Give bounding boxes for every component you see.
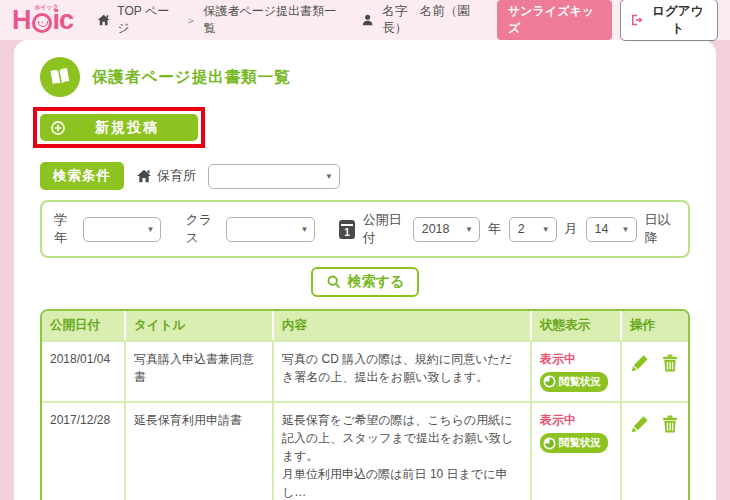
- title-row: 保護者ページ提出書類一覧: [40, 57, 690, 97]
- search-condition-row: 検索条件 保育所: [40, 162, 690, 190]
- month-suffix: 月: [565, 220, 578, 238]
- cell-status: 表示中 閲覧状況: [532, 340, 622, 401]
- documents-book-icon: [40, 57, 80, 97]
- trash-icon: [660, 353, 680, 373]
- user-icon: [361, 13, 374, 27]
- breadcrumb: TOP ページ ＞ 保護者ページ提出書類一覧: [97, 3, 341, 37]
- month-select[interactable]: 2: [509, 217, 557, 242]
- grade-select[interactable]: [83, 217, 161, 242]
- calendar-icon: 1: [339, 220, 354, 239]
- highlight-red-box: 新規投稿: [33, 107, 205, 148]
- year-select[interactable]: 2018: [413, 217, 480, 242]
- user-name: 名字 名前（園長）: [382, 3, 489, 37]
- cell-title: 延長保育利用申請書: [126, 401, 274, 500]
- breadcrumb-current: 保護者ページ提出書類一覧: [203, 3, 341, 37]
- user-area: 名字 名前（園長） サンライズキッズ ログアウト: [361, 0, 718, 41]
- class-label: クラス: [185, 211, 217, 247]
- delete-button[interactable]: [660, 353, 680, 373]
- cell-content: 延長保育をご希望の際は、こちらの用紙に記入の上、スタッフまで提出をお願い致します…: [274, 401, 532, 500]
- publish-date-label: 公開日付: [363, 211, 405, 247]
- edit-button[interactable]: [630, 414, 650, 434]
- cell-date: 2018/01/04: [42, 340, 126, 401]
- new-post-button[interactable]: 新規投稿: [40, 114, 198, 141]
- page-title: 保護者ページ提出書類一覧: [92, 67, 291, 88]
- col-header-date: 公開日付: [42, 311, 126, 340]
- pencil-icon: [630, 353, 650, 373]
- top-bar: ホイック H••ic TOP ページ ＞ 保護者ページ提出書類一覧 名字 名前（…: [0, 0, 730, 40]
- filter-box: 学年 クラス 1 公開日付 2018 年 2 月 14 日以降: [40, 200, 690, 258]
- year-suffix: 年: [488, 220, 501, 238]
- pencil-icon: [630, 414, 650, 434]
- col-header-operations: 操作: [622, 311, 688, 340]
- main-card: 保護者ページ提出書類一覧 新規投稿 検索条件 保育所 学年 クラス 1 公開日付…: [14, 40, 716, 500]
- cell-operations: [622, 340, 688, 401]
- documents-table: 公開日付 タイトル 内容 状態表示 操作 2018/01/04 写真購入申込書兼…: [40, 309, 690, 500]
- grade-label: 学年: [54, 211, 75, 247]
- day-suffix: 日以降: [645, 211, 676, 247]
- status-shown-label: 表示中: [540, 411, 612, 429]
- trash-icon: [660, 414, 680, 434]
- plus-circle-icon: [50, 120, 66, 136]
- cell-title: 写真購入申込書兼同意書: [126, 340, 274, 401]
- class-select[interactable]: [226, 217, 316, 242]
- table-header-row: 公開日付 タイトル 内容 状態表示 操作: [42, 311, 688, 340]
- breadcrumb-separator: ＞: [185, 13, 196, 28]
- cell-operations: [622, 401, 688, 500]
- org-badge: サンライズキッズ: [497, 0, 612, 40]
- search-icon: [326, 274, 342, 290]
- view-status-button[interactable]: 閲覧状況: [540, 372, 608, 392]
- table-row: 2017/12/28 延長保育利用申請書 延長保育をご希望の際は、こちらの用紙に…: [42, 401, 688, 500]
- logo-smiley-icon: ••: [32, 13, 52, 33]
- logout-button[interactable]: ログアウト: [620, 0, 718, 41]
- app-logo[interactable]: ホイック H••ic: [12, 7, 79, 34]
- col-header-status: 状態表示: [532, 311, 622, 340]
- search-condition-label: 検索条件: [40, 162, 124, 190]
- clock-icon: [543, 375, 556, 388]
- status-shown-label: 表示中: [540, 350, 612, 368]
- table-row: 2018/01/04 写真購入申込書兼同意書 写真の CD 購入の際は、規約に同…: [42, 340, 688, 401]
- breadcrumb-home-link[interactable]: TOP ページ: [117, 3, 178, 37]
- home-icon: [97, 13, 110, 27]
- day-select[interactable]: 14: [586, 217, 637, 242]
- clock-icon: [543, 437, 556, 450]
- col-header-title: タイトル: [126, 311, 274, 340]
- search-button[interactable]: 検索する: [311, 267, 420, 297]
- cell-status: 表示中 閲覧状況: [532, 401, 622, 500]
- col-header-content: 内容: [274, 311, 532, 340]
- logout-icon: [630, 13, 643, 27]
- logo-tagline: ホイック: [34, 4, 59, 10]
- nursery-home-icon: [136, 168, 152, 184]
- cell-content: 写真の CD 購入の際は、規約に同意いただき署名の上、提出をお願い致します。: [274, 340, 532, 401]
- edit-button[interactable]: [630, 353, 650, 373]
- search-button-row: 検索する: [40, 267, 690, 297]
- cell-date: 2017/12/28: [42, 401, 126, 500]
- view-status-button[interactable]: 閲覧状況: [540, 433, 608, 453]
- nursery-select[interactable]: [208, 164, 340, 189]
- delete-button[interactable]: [660, 414, 680, 434]
- nursery-label: 保育所: [136, 167, 196, 185]
